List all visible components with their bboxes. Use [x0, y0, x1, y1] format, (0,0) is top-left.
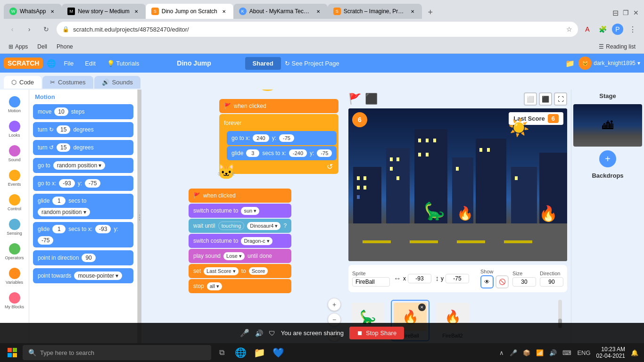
network-icon[interactable]: 📶 [534, 348, 545, 357]
goto-x-s1[interactable]: 240 [253, 134, 269, 142]
play-sound-dropdown[interactable]: Lose ▾ [223, 252, 245, 260]
panel-divider[interactable]: • • • [138, 90, 141, 345]
bookmark-star[interactable]: ☆ [566, 25, 572, 33]
sprite-name-input[interactable] [352, 277, 390, 287]
bookmark-dell[interactable]: Dell [34, 42, 50, 51]
turn-ccw-input[interactable]: 15 [57, 143, 70, 152]
forward-button[interactable]: › [23, 23, 36, 36]
when-clicked-block-1[interactable]: 🚩 when clicked [219, 99, 339, 113]
category-sensing[interactable]: Sensing [1, 216, 28, 239]
url-bar[interactable]: 🔒 scratch.mit.edu/projects/487582470/edi… [57, 22, 578, 37]
bookmark-phone[interactable]: Phone [54, 42, 76, 51]
glide-x-s1[interactable]: -240 [289, 149, 307, 157]
glide-xy-script1[interactable]: glide 3 secs to x: -240 y: -75 [227, 146, 337, 160]
size-input[interactable] [512, 277, 536, 287]
tab-mykarma[interactable]: K About - MyKarma Technolog... ✕ [233, 4, 328, 19]
goto-y-input[interactable]: -75 [85, 179, 100, 188]
tab-close-scratch2[interactable]: ✕ [409, 8, 416, 15]
tab-scratch2[interactable]: S Scratch – Imagine, Program, S... ✕ [328, 4, 422, 19]
zoom-taskbar-icon[interactable]: 💙 [270, 344, 287, 361]
wait-until-block[interactable]: wait until touching Dinosaur4 ▾ ? [189, 219, 291, 233]
category-variables[interactable]: Variables [1, 265, 28, 288]
notification-icon[interactable]: 🔔 [629, 348, 640, 357]
keyboard-icon[interactable]: ⌨ [561, 348, 573, 357]
glide-y-s1[interactable]: -75 [317, 149, 332, 157]
turn-cw-input[interactable]: 15 [57, 125, 70, 134]
stage-thumbnail[interactable]: 🏙 [573, 104, 642, 147]
globe-icon[interactable]: 🌐 [47, 59, 56, 68]
stop-button[interactable]: ⬛ [365, 93, 378, 105]
explorer-taskbar-icon[interactable]: 📁 [251, 344, 268, 361]
glide-rand-dropdown[interactable]: random position ▾ [38, 208, 90, 216]
goto-xy-block[interactable]: go to x: -93 y: -75 [33, 176, 133, 191]
mic-icon[interactable]: 🎤 [508, 348, 519, 357]
delete-fireball-button[interactable]: ✕ [418, 304, 426, 311]
point-towards-dropdown[interactable]: mouse-pointer ▾ [74, 272, 122, 280]
fullscreen-button[interactable]: ⛶ [554, 92, 567, 106]
add-backdrop-btn[interactable]: + [573, 150, 642, 167]
category-sound[interactable]: Sound [1, 142, 28, 165]
taskbar-search-bar[interactable]: 🔍 Type here to search [23, 345, 211, 360]
point-towards-block[interactable]: point towards mouse-pointer ▾ [33, 268, 133, 283]
dropbox-icon[interactable]: 📦 [521, 348, 532, 357]
touching-dropdown[interactable]: Dinosaur4 ▾ [247, 222, 281, 230]
profile-icon[interactable]: P [612, 24, 623, 35]
show-button[interactable]: 👁 [480, 275, 494, 288]
tab-whatsapp[interactable]: W WhatsApp ✕ [4, 4, 62, 19]
extensions-icon[interactable]: 🧩 [597, 24, 608, 35]
see-project-button[interactable]: ↻ See Project Page [285, 60, 339, 67]
menu-icon[interactable]: ⋮ [627, 24, 638, 35]
glide-xy-block[interactable]: glide 1 secs to x: -93 y: -75 [33, 222, 133, 247]
point-dir-input[interactable]: 90 [82, 254, 95, 262]
play-sound-block[interactable]: play sound Lose ▾ until done [189, 249, 291, 263]
costume-sun-block[interactable]: switch costume to sun ▾ [189, 204, 291, 218]
close-button[interactable]: ✕ [632, 8, 640, 17]
glide-rand-block[interactable]: glide 1 secs to random position ▾ [33, 194, 133, 219]
category-operators[interactable]: Operators [1, 240, 28, 263]
adobe-icon[interactable]: A [582, 24, 593, 35]
back-button[interactable]: ‹ [6, 23, 19, 36]
zoom-in-button[interactable]: + [328, 298, 341, 311]
set-var-dropdown[interactable]: Last Score ▾ [204, 267, 239, 275]
category-myblocks[interactable]: My Blocks [1, 289, 28, 312]
script-2[interactable]: 🐱 🚩 when clicked switch costume to sun ▾… [189, 189, 291, 294]
scratch-logo[interactable]: SCRATCH [4, 58, 43, 69]
tab-code[interactable]: ⬡ Code [4, 76, 41, 89]
goto-dropdown[interactable]: random position ▾ [53, 161, 106, 170]
category-control[interactable]: Control [1, 191, 28, 214]
category-events[interactable]: Events [1, 167, 28, 189]
script-1[interactable]: 🐱 🚩 when clicked forever go to x: [219, 99, 339, 174]
goto-x-input[interactable]: -93 [59, 179, 74, 188]
scratch-file-menu[interactable]: File [60, 58, 77, 69]
volume-icon[interactable]: 🔊 [547, 348, 559, 357]
project-name-input[interactable] [147, 59, 241, 67]
user-menu[interactable]: 🐱 dark_knight1895 ▾ [578, 57, 640, 70]
turn-ccw-block[interactable]: turn ↺ 15 degrees [33, 140, 133, 155]
move-steps-block[interactable]: move 10 steps [33, 104, 133, 119]
tab-close-mykarma[interactable]: ✕ [314, 8, 322, 15]
goto-block[interactable]: go to random position ▾ [33, 158, 133, 173]
tab-close-medium[interactable]: ✕ [132, 8, 140, 15]
move-input[interactable]: 10 [54, 107, 68, 116]
tab-close-dino[interactable]: ✕ [220, 8, 228, 15]
category-looks[interactable]: Looks [1, 118, 28, 140]
bookmark-apps[interactable]: ⊞ Apps [6, 42, 31, 51]
chevron-up-icon[interactable]: ∧ [497, 348, 506, 357]
scripting-area[interactable]: 🐱 🚩 when clicked forever go to x: [141, 90, 345, 345]
shared-button[interactable]: Shared [245, 57, 281, 70]
costume-sun-dropdown[interactable]: sun ▾ [241, 207, 259, 215]
stop-share-button[interactable]: ⏹ Stop Share [349, 327, 404, 339]
glide-rand-secs[interactable]: 1 [52, 197, 66, 205]
goto-xy-script1[interactable]: go to x: 240 y: -75 [227, 131, 337, 145]
costume-dragon-block[interactable]: switch costume to Dragon-c ▾ [189, 234, 291, 248]
large-stage-button[interactable]: ⬛ [539, 92, 552, 106]
tab-costumes[interactable]: ✂ Costumes [42, 76, 93, 89]
goto-y-s1[interactable]: -75 [279, 134, 294, 142]
turn-cw-block[interactable]: turn ↻ 15 degrees [33, 122, 133, 137]
glide-xy-secs[interactable]: 1 [52, 225, 66, 233]
clock-display[interactable]: 10:23 AM 02-04-2021 [596, 346, 625, 359]
chrome-taskbar-icon[interactable]: 🌐 [232, 344, 249, 361]
scratch-tutorials-menu[interactable]: 💡 Tutorials [103, 58, 143, 69]
tab-sounds[interactable]: 🔊 Sounds [94, 76, 140, 89]
stop-dropdown[interactable]: all ▾ [207, 282, 222, 290]
